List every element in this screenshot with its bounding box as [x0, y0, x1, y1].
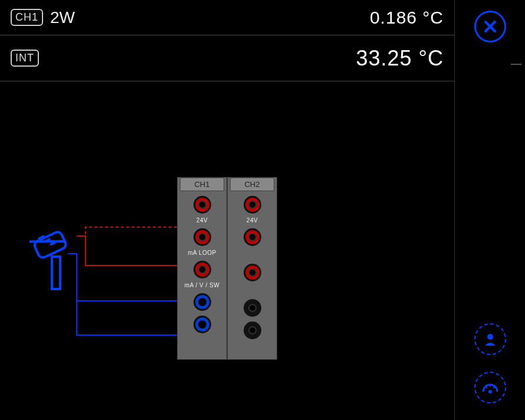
ch1-mavsw-label: mA / V / SW: [178, 282, 227, 288]
gauge-icon: [481, 380, 499, 395]
ch1-jack-blue-2[interactable]: [193, 316, 211, 333]
ch2-jack-black-1[interactable]: [244, 299, 261, 317]
ch2-24v-label: 24V: [228, 217, 277, 224]
ch1-maloop-label: mA LOOP: [178, 250, 227, 256]
ch2-jack-red-24v[interactable]: [244, 228, 261, 246]
terminal-panel: CH1 24V mA LOOP mA / V / SW CH2 24V: [177, 177, 277, 360]
svg-rect-5: [52, 257, 60, 289]
int-badge: INT: [11, 50, 39, 67]
reading-row-ch1[interactable]: CH1 2W 0.186 °C: [0, 0, 454, 35]
close-button[interactable]: [474, 11, 506, 42]
int-value: 33.25 °C: [356, 46, 444, 71]
wiring-diagram: CH1 24V mA LOOP mA / V / SW CH2 24V: [29, 177, 283, 366]
ch1-jack-red-top[interactable]: [193, 196, 211, 214]
ch1-badge: CH1: [11, 9, 43, 26]
terminal-col-ch2: CH2 24V: [227, 177, 277, 360]
ch1-value: 0.186 °C: [370, 8, 444, 28]
ch1-jack-red-24v[interactable]: [193, 228, 211, 246]
reading-row-int[interactable]: INT 33.25 °C: [0, 35, 454, 81]
svg-point-8: [487, 334, 493, 340]
ch1-jack-blue-1[interactable]: [193, 293, 211, 311]
probe-icon: [29, 224, 88, 319]
svg-line-9: [486, 387, 487, 388]
main-area: CH1 2W 0.186 °C INT 33.25 °C: [0, 0, 454, 420]
reading-int-left: INT: [11, 50, 39, 67]
ch1-24v-label: 24V: [178, 217, 227, 224]
col-ch1-tab: CH1: [180, 178, 224, 191]
col-ch2-tab: CH2: [230, 178, 274, 191]
ch1-jack-red-maloop[interactable]: [193, 261, 211, 278]
svg-line-11: [493, 387, 494, 388]
ch1-mode: 2W: [50, 8, 75, 27]
side-bar: [454, 0, 525, 420]
side-divider: [511, 64, 521, 65]
ch2-jack-black-2[interactable]: [244, 321, 261, 339]
terminal-col-ch1: CH1 24V mA LOOP mA / V / SW: [177, 177, 227, 360]
close-icon: [483, 19, 498, 34]
auto-mode-button[interactable]: [474, 372, 506, 403]
user-mode-button[interactable]: [474, 323, 506, 355]
ch2-jack-red-maloop[interactable]: [244, 264, 261, 281]
svg-point-12: [488, 390, 492, 393]
ch2-jack-red-top[interactable]: [244, 196, 261, 214]
reading-ch1-left: CH1 2W: [11, 8, 75, 27]
user-icon: [483, 332, 498, 347]
